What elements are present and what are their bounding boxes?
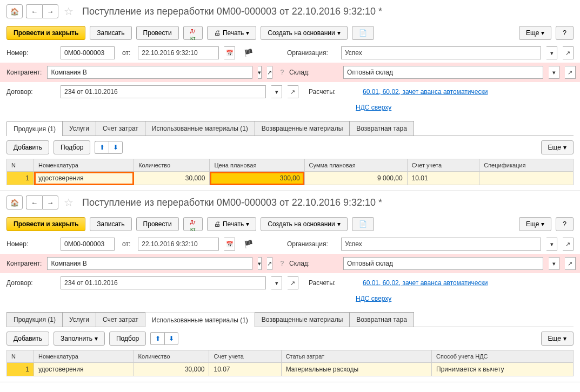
attachment-button[interactable]: 📄 [352,26,374,40]
open-button[interactable]: ↗ [563,46,574,59]
cell-price[interactable]: 300,00 [210,172,304,185]
calendar-button[interactable]: 📅 [224,46,235,59]
help-button[interactable]: ? [556,26,574,40]
attachment-button[interactable]: 📄 [352,217,374,231]
col-price[interactable]: Цена плановая [210,159,304,172]
flag-icon[interactable]: 🏴 [244,240,253,248]
col-nomenclature[interactable]: Номенклатура [34,350,134,363]
dropdown-button[interactable]: ▾ [549,257,559,270]
tab-cost-account[interactable]: Счет затрат [96,312,145,327]
col-cost-item[interactable]: Статья затрат [281,350,431,363]
favorite-icon[interactable]: ☆ [64,5,74,18]
dropdown-button[interactable]: ▾ [271,276,282,289]
settlements-link[interactable]: 60.01, 60.02, зачет аванса автоматически [363,279,574,287]
cell-spec[interactable] [479,172,574,185]
col-n[interactable]: N [7,159,34,172]
open-button[interactable]: ↗ [565,257,576,270]
favorite-icon[interactable]: ☆ [64,196,74,209]
fill-button[interactable]: Заполнить▾ [54,332,105,346]
table-row[interactable]: 1 удостоверения 30,000 300,00 9 000,00 1… [7,172,574,185]
print-button[interactable]: 🖨Печать▾ [207,26,256,40]
tab-products[interactable]: Продукция (1) [6,121,63,136]
help-icon[interactable]: ? [280,260,284,267]
move-up-button[interactable]: ⬆ [95,141,109,154]
cell-sum[interactable]: 9 000,00 [304,172,407,185]
move-down-button[interactable]: ⬇ [164,332,178,345]
cell-nomenclature[interactable]: удостоверения [34,172,134,185]
calendar-button[interactable]: 📅 [224,238,235,251]
cell-vat-method[interactable]: Принимается к вычету [432,363,574,376]
back-button[interactable]: ← [26,195,42,209]
tab-used-materials[interactable]: Использованные материалы (1) [145,121,255,136]
open-button[interactable]: ↗ [288,85,298,98]
tab-returned-materials[interactable]: Возвращенные материалы [255,121,350,136]
select-button[interactable]: Подбор [54,140,90,154]
dropdown-button[interactable]: ▾ [549,66,559,79]
dtk-button[interactable]: ДтКт [183,26,203,40]
cell-nomenclature[interactable]: удостоверения [34,363,134,376]
warehouse-field[interactable]: Оптовый склад [343,257,543,270]
table-more-button[interactable]: Еще▾ [541,140,574,154]
select-button[interactable]: Подбор [109,332,146,346]
organization-field[interactable]: Успех [341,238,541,251]
tab-returnable-packaging[interactable]: Возвратная тара [349,312,414,327]
add-button[interactable]: Добавить [6,140,49,154]
number-field[interactable]: 0М00-000003 [61,46,115,59]
col-spec[interactable]: Спецификация [479,159,574,172]
back-button[interactable]: ← [26,4,42,18]
post-button[interactable]: Провести [136,217,179,231]
cell-cost-item[interactable]: Материальные расходы [281,363,431,376]
move-down-button[interactable]: ⬇ [109,141,123,154]
number-field[interactable]: 0М00-000003 [61,238,115,251]
col-n[interactable]: N [7,350,34,363]
cell-account[interactable]: 10.07 [209,363,281,376]
create-based-button[interactable]: Создать на основании▾ [261,217,348,231]
table-row[interactable]: 1 удостоверения 30,000 10.07 Материальны… [7,363,574,376]
save-button[interactable]: Записать [90,217,131,231]
tab-products[interactable]: Продукция (1) [6,312,63,327]
open-button[interactable]: ↗ [565,66,576,79]
col-vat-method[interactable]: Способ учета НДС [432,350,574,363]
contract-field[interactable]: 234 от 01.10.2016 [61,85,266,98]
col-quantity[interactable]: Количество [134,350,209,363]
col-quantity[interactable]: Количество [134,159,210,172]
cell-quantity[interactable]: 30,000 [134,172,210,185]
contract-field[interactable]: 234 от 01.10.2016 [61,276,266,289]
forward-button[interactable]: → [42,195,58,209]
help-icon[interactable]: ? [280,69,284,76]
dropdown-button[interactable]: ▾ [258,66,262,79]
help-button[interactable]: ? [556,217,574,231]
open-button[interactable]: ↗ [288,276,298,289]
counterparty-field[interactable]: Компания В [47,257,252,270]
post-and-close-button[interactable]: Провести и закрыть [6,217,85,231]
organization-field[interactable]: Успех [341,46,541,59]
home-button[interactable]: 🏠 [6,195,23,209]
col-nomenclature[interactable]: Номенклатура [34,159,134,172]
tab-returned-materials[interactable]: Возвращенные материалы [255,312,350,327]
cell-account[interactable]: 10.01 [407,172,479,185]
dropdown-button[interactable]: ▾ [546,238,557,251]
create-based-button[interactable]: Создать на основании▾ [261,26,348,40]
cell-n[interactable]: 1 [7,363,34,376]
col-sum[interactable]: Сумма плановая [304,159,407,172]
post-button[interactable]: Провести [136,26,179,40]
dropdown-button[interactable]: ▾ [258,257,262,270]
open-button[interactable]: ↗ [563,238,574,251]
vat-link[interactable]: НДС сверху [356,295,391,302]
date-field[interactable]: 22.10.2016 9:32:10 [138,46,219,59]
forward-button[interactable]: → [42,4,58,18]
cell-n[interactable]: 1 [7,172,34,185]
dtk-button[interactable]: ДтКт [183,217,203,231]
more-button[interactable]: Еще▾ [519,26,551,40]
print-button[interactable]: 🖨Печать▾ [207,217,256,231]
col-account[interactable]: Счет учета [209,350,281,363]
counterparty-field[interactable]: Компания В [47,66,252,79]
move-up-button[interactable]: ⬆ [150,332,164,345]
vat-link[interactable]: НДС сверху [356,104,391,111]
cell-quantity[interactable]: 30,000 [134,363,209,376]
flag-icon[interactable]: 🏴 [244,49,253,57]
dropdown-button[interactable]: ▾ [271,85,282,98]
post-and-close-button[interactable]: Провести и закрыть [6,26,85,40]
tab-services[interactable]: Услуги [62,312,96,327]
save-button[interactable]: Записать [90,26,131,40]
